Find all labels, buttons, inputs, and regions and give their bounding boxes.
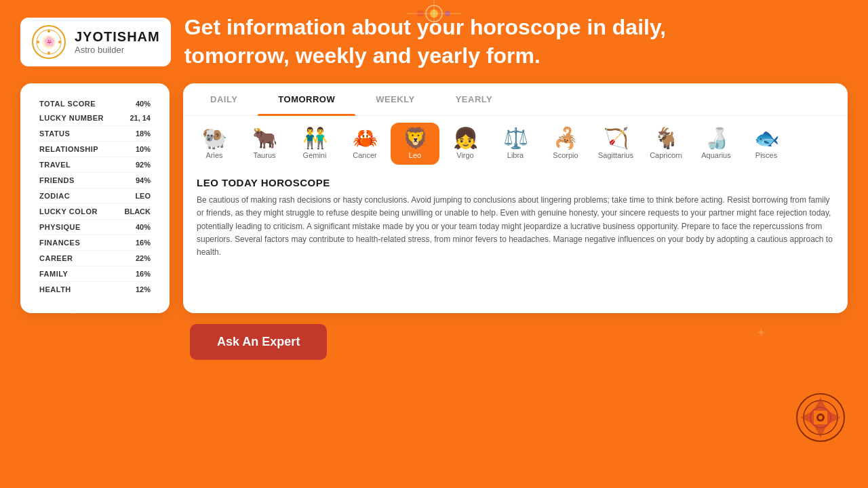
zodiac-item-cancer[interactable]: 🦀 Cancer xyxy=(340,123,389,165)
score-value: 16% xyxy=(136,270,151,278)
score-value: BLACK xyxy=(125,207,151,216)
zodiac-item-aquarius[interactable]: 🍶 Aquarius xyxy=(692,123,741,165)
score-value: LEO xyxy=(135,192,151,200)
zodiac-item-scorpio[interactable]: 🦂 Scorpio xyxy=(541,123,590,165)
ask-expert-button[interactable]: Ask An Expert xyxy=(190,324,327,360)
horoscope-panel: DAILY TOMORROW WEEKLY YEARLY 🐏 Aries 🐂 T… xyxy=(183,83,848,313)
score-label: RELATIONSHIP xyxy=(39,145,98,153)
score-row-career: CAREER 22% xyxy=(39,251,151,266)
score-label: LUCKY COLOR xyxy=(39,207,98,216)
zodiac-item-virgo[interactable]: 👧 Virgo xyxy=(441,123,490,165)
score-row-status: STATUS 18% xyxy=(39,126,151,142)
zodiac-item-libra[interactable]: ⚖️ Libra xyxy=(491,123,540,165)
svg-point-22 xyxy=(58,41,61,43)
score-row-finances: FINANCES 16% xyxy=(39,235,151,251)
zodiac-name-sagittarius: Sagittarius xyxy=(598,151,633,159)
zodiac-emoji-gemini: 👬 xyxy=(302,128,328,148)
score-label: PHYSIQUE xyxy=(39,223,81,231)
svg-marker-11 xyxy=(800,411,814,424)
zodiac-item-sagittarius[interactable]: 🏹 Sagittarius xyxy=(591,123,640,165)
header: 🌸 JYOTISHAM Astro builder Get informatio… xyxy=(0,0,868,83)
svg-point-19 xyxy=(47,30,50,33)
zodiac-name-capricorn: Capricorn xyxy=(650,151,682,159)
zodiac-name-taurus: Taurus xyxy=(253,151,275,159)
zodiac-item-leo[interactable]: 🦁 Leo xyxy=(391,123,439,165)
score-value: 16% xyxy=(136,239,151,247)
score-label: FINANCES xyxy=(39,239,80,247)
score-value: 94% xyxy=(136,176,151,184)
zodiac-item-taurus[interactable]: 🐂 Taurus xyxy=(240,123,289,165)
score-row-friends: FRIENDS 94% xyxy=(39,173,151,188)
zodiac-emoji-aquarius: 🍶 xyxy=(704,128,729,148)
zodiac-name-scorpio: Scorpio xyxy=(553,151,578,159)
score-value: 40% xyxy=(136,223,151,231)
zodiac-emoji-leo: 🦁 xyxy=(403,128,428,148)
zodiac-item-gemini[interactable]: 👬 Gemini xyxy=(290,123,339,165)
score-row-health: HEALTH 12% xyxy=(39,282,151,297)
score-label: FRIENDS xyxy=(39,176,75,184)
score-label: FAMILY xyxy=(39,270,68,278)
zodiac-name-aquarius: Aquarius xyxy=(701,151,730,159)
score-row-lucky-color: LUCKY COLOR BLACK xyxy=(39,204,151,220)
tab-daily[interactable]: DAILY xyxy=(190,83,258,115)
svg-text:🌸: 🌸 xyxy=(43,36,56,47)
score-row-zodiac: ZODIAC LEO xyxy=(39,188,151,204)
logo-container: 🌸 JYOTISHAM Astro builder xyxy=(20,18,171,66)
horoscope-content: LEO TODAY HOROSCOPE Be cautious of makin… xyxy=(183,171,848,270)
total-score-header-row: TOTAL SCORE 40% xyxy=(39,100,151,108)
zodiac-name-pisces: Pisces xyxy=(755,151,777,159)
score-value: 12% xyxy=(136,285,151,293)
logo-title: JYOTISHAM xyxy=(75,29,160,45)
horoscope-text: Be cautious of making rash decisions or … xyxy=(197,194,834,259)
zodiac-name-virgo: Virgo xyxy=(456,151,473,159)
score-label: CAREER xyxy=(39,254,73,262)
zodiac-name-aries: Aries xyxy=(205,151,222,159)
logo-subtitle: Astro builder xyxy=(75,45,160,55)
main-content: TOTAL SCORE 40% LUCKY NUMBER 21, 14 STAT… xyxy=(0,77,868,313)
zodiac-emoji-cancer: 🦀 xyxy=(353,128,378,148)
zodiac-item-pisces[interactable]: 🐟 Pisces xyxy=(742,123,791,165)
score-value: 21, 14 xyxy=(130,114,151,122)
total-score-label: TOTAL SCORE xyxy=(39,100,96,108)
score-row-travel: TRAVEL 92% xyxy=(39,157,151,173)
header-tagline: Get information about your horoscope in … xyxy=(184,14,693,70)
score-value: 18% xyxy=(136,129,151,138)
svg-marker-9 xyxy=(814,397,827,411)
zodiac-signs-row: 🐏 Aries 🐂 Taurus 👬 Gemini 🦀 Cancer 🦁 Leo… xyxy=(183,116,848,171)
zodiac-name-gemini: Gemini xyxy=(303,151,327,159)
score-items-list: LUCKY NUMBER 21, 14 STATUS 18% RELATIONS… xyxy=(39,110,151,297)
score-label: TRAVEL xyxy=(39,161,71,169)
mandala-decoration xyxy=(793,390,848,447)
tab-weekly[interactable]: WEEKLY xyxy=(355,83,435,115)
zodiac-item-capricorn[interactable]: 🐐 Capricorn xyxy=(642,123,690,165)
logo-text: JYOTISHAM Astro builder xyxy=(75,29,160,55)
tab-tomorrow[interactable]: TOMORROW xyxy=(258,83,355,115)
logo-icon: 🌸 xyxy=(31,24,66,60)
zodiac-name-libra: Libra xyxy=(507,151,524,159)
ask-expert-section: Ask An Expert xyxy=(0,313,868,371)
score-value: 22% xyxy=(136,254,151,262)
zodiac-emoji-pisces: 🐟 xyxy=(754,128,779,148)
score-label: LUCKY NUMBER xyxy=(39,114,104,122)
svg-marker-12 xyxy=(827,411,841,424)
svg-point-21 xyxy=(37,41,39,43)
tabs-container: DAILY TOMORROW WEEKLY YEARLY xyxy=(183,83,848,116)
svg-point-14 xyxy=(818,415,823,420)
score-row-family: FAMILY 16% xyxy=(39,266,151,282)
score-card: TOTAL SCORE 40% LUCKY NUMBER 21, 14 STAT… xyxy=(20,83,170,313)
score-row-relationship: RELATIONSHIP 10% xyxy=(39,142,151,157)
total-score-value: 40% xyxy=(136,100,151,108)
tab-yearly[interactable]: YEARLY xyxy=(435,83,513,115)
score-label: HEALTH xyxy=(39,285,71,293)
horoscope-title: LEO TODAY HOROSCOPE xyxy=(197,177,834,188)
zodiac-emoji-taurus: 🐂 xyxy=(252,128,277,148)
zodiac-item-aries[interactable]: 🐏 Aries xyxy=(190,123,239,165)
svg-point-20 xyxy=(47,52,50,54)
zodiac-emoji-sagittarius: 🏹 xyxy=(604,128,629,148)
score-label: ZODIAC xyxy=(39,192,70,200)
score-row-physique: PHYSIQUE 40% xyxy=(39,220,151,235)
score-value: 92% xyxy=(136,161,151,169)
zodiac-emoji-aries: 🐏 xyxy=(202,128,227,148)
zodiac-emoji-virgo: 👧 xyxy=(453,128,478,148)
zodiac-emoji-capricorn: 🐐 xyxy=(654,128,679,148)
